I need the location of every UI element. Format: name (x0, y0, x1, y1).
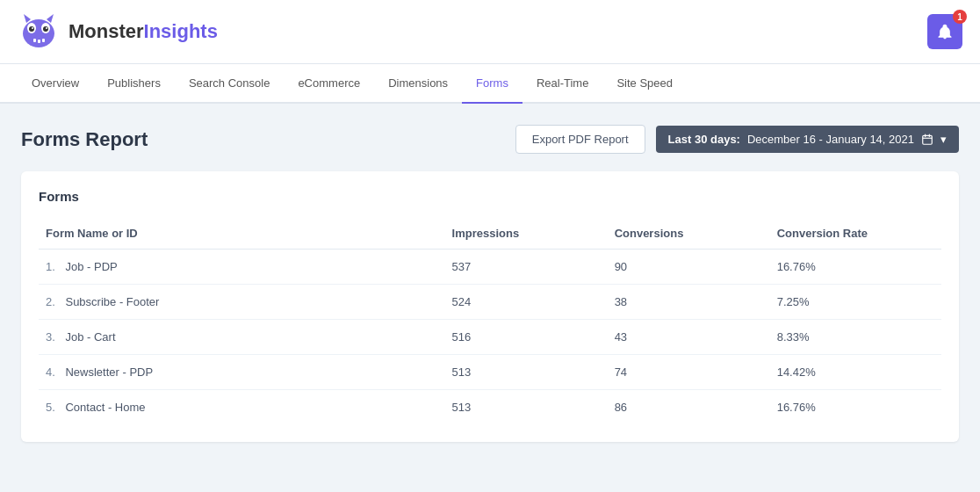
forms-table: Form Name or ID Impressions Conversions … (39, 218, 941, 424)
cell-name-0: 1. Job - PDP (39, 250, 445, 285)
row-num-1: 2. (46, 295, 55, 308)
svg-point-4 (43, 26, 48, 32)
cell-rate-2: 8.33% (770, 320, 941, 355)
cell-conversions-4: 86 (608, 390, 770, 425)
row-num-3: 4. (46, 365, 55, 379)
logo-monster-text: Monster (68, 20, 144, 42)
nav-item-forms[interactable]: Forms (462, 64, 522, 104)
cell-impressions-1: 524 (445, 285, 608, 320)
nav-item-dimensions[interactable]: Dimensions (374, 64, 462, 104)
date-picker-button[interactable]: Last 30 days: December 16 - January 14, … (656, 126, 959, 153)
cell-conversions-1: 38 (608, 285, 770, 320)
svg-point-6 (46, 27, 47, 29)
bell-icon (936, 23, 954, 40)
forms-card: Forms Form Name or ID Impressions Conver… (21, 171, 959, 442)
logo-insights-text: Insights (144, 20, 218, 42)
export-pdf-button[interactable]: Export PDF Report (515, 125, 645, 154)
form-name-4: Contact - Home (65, 401, 145, 414)
cell-name-2: 3. Job - Cart (39, 320, 445, 355)
form-name-1: Subscribe - Footer (65, 295, 159, 308)
col-header-rate: Conversion Rate (770, 218, 941, 250)
cell-rate-1: 7.25% (770, 285, 941, 320)
svg-rect-9 (42, 39, 45, 42)
notification-badge: 1 (953, 10, 967, 24)
date-label-bold: Last 30 days: (668, 133, 740, 146)
svg-point-3 (29, 26, 34, 32)
row-num-4: 5. (46, 401, 55, 414)
cell-rate-0: 16.76% (770, 250, 941, 285)
cell-impressions-0: 537 (445, 250, 608, 285)
row-num-0: 1. (46, 260, 55, 273)
row-num-2: 3. (46, 330, 55, 344)
svg-rect-12 (923, 135, 933, 144)
nav-item-search-console[interactable]: Search Console (175, 64, 285, 104)
logo-text: MonsterInsights (68, 20, 218, 43)
table-row: 4. Newsletter - PDP 513 74 14.42% (39, 355, 941, 390)
col-header-conversions: Conversions (608, 218, 770, 250)
nav-item-site-speed[interactable]: Site Speed (602, 64, 687, 104)
col-header-impressions: Impressions (445, 218, 608, 250)
report-actions: Export PDF Report Last 30 days: December… (515, 125, 959, 154)
calendar-icon (921, 134, 933, 146)
svg-rect-8 (38, 40, 40, 43)
cell-impressions-4: 513 (445, 390, 608, 425)
cell-conversions-3: 74 (608, 355, 770, 390)
header: MonsterInsights 1 (0, 0, 980, 64)
logo-area: MonsterInsights (18, 11, 218, 53)
cell-rate-4: 16.76% (770, 390, 941, 425)
header-right: 1 (927, 14, 962, 49)
cell-name-1: 2. Subscribe - Footer (39, 285, 445, 320)
svg-point-5 (32, 27, 33, 29)
nav-item-ecommerce[interactable]: eCommerce (284, 64, 374, 104)
cell-impressions-2: 516 (445, 320, 608, 355)
cell-name-3: 4. Newsletter - PDP (39, 355, 445, 390)
table-row: 2. Subscribe - Footer 524 38 7.25% (39, 285, 941, 320)
col-header-name: Form Name or ID (39, 218, 445, 250)
table-row: 5. Contact - Home 513 86 16.76% (39, 390, 941, 425)
card-title: Forms (39, 189, 941, 204)
svg-marker-11 (47, 14, 54, 23)
table-body: 1. Job - PDP 537 90 16.76% 2. Subscribe … (39, 250, 941, 425)
nav-item-overview[interactable]: Overview (18, 64, 93, 104)
main-content: Forms Report Export PDF Report Last 30 d… (0, 104, 980, 481)
svg-marker-10 (24, 14, 31, 23)
report-title: Forms Report (21, 128, 148, 151)
nav-item-real-time[interactable]: Real-Time (522, 64, 602, 104)
report-header: Forms Report Export PDF Report Last 30 d… (21, 125, 959, 154)
nav: Overview Publishers Search Console eComm… (0, 64, 980, 104)
table-header: Form Name or ID Impressions Conversions … (39, 218, 941, 250)
cell-name-4: 5. Contact - Home (39, 390, 445, 425)
cell-impressions-3: 513 (445, 355, 608, 390)
svg-point-0 (23, 19, 54, 47)
nav-item-publishers[interactable]: Publishers (93, 64, 175, 104)
cell-conversions-2: 43 (608, 320, 770, 355)
table-row: 1. Job - PDP 537 90 16.76% (39, 250, 941, 285)
date-label-range: December 16 - January 14, 2021 (747, 133, 914, 146)
svg-rect-7 (33, 39, 36, 42)
form-name-3: Newsletter - PDP (65, 365, 153, 379)
form-name-2: Job - Cart (65, 330, 115, 344)
form-name-0: Job - PDP (65, 260, 117, 273)
cell-rate-3: 14.42% (770, 355, 941, 390)
table-row: 3. Job - Cart 516 43 8.33% (39, 320, 941, 355)
dropdown-arrow: ▾ (940, 133, 947, 146)
cell-conversions-0: 90 (608, 250, 770, 285)
logo-icon (18, 11, 60, 53)
